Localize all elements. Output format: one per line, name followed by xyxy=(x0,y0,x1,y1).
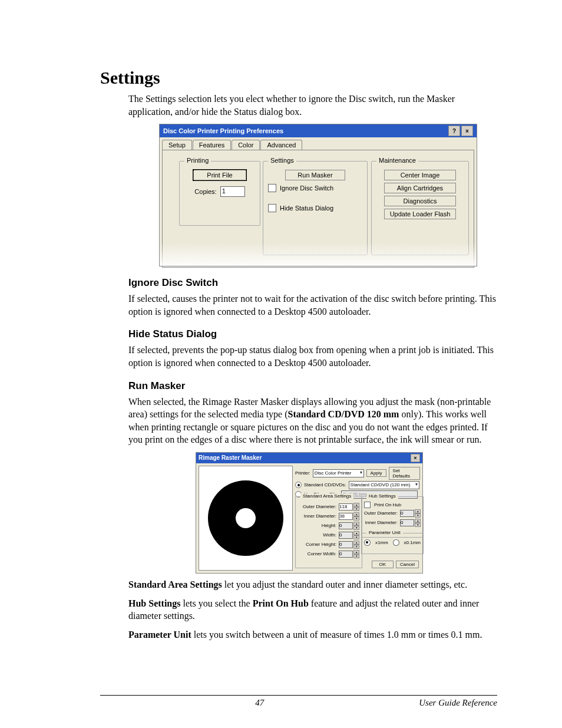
outer-diameter-input[interactable]: 118 xyxy=(339,503,353,510)
hide-status-dialog-label: Hide Status Dialog xyxy=(280,205,333,212)
hub-inner-diameter-label: Inner Diameter: xyxy=(364,520,398,525)
masker-dialog: Rimage Raster Masker × Printer: Disc Col… xyxy=(196,452,423,574)
update-loader-flash-button[interactable]: Update Loader Flash xyxy=(384,209,456,219)
set-defaults-button[interactable]: Set Defaults xyxy=(389,467,420,480)
spin-down-icon: ▾ xyxy=(353,526,359,530)
spin-down-icon[interactable]: ▾ xyxy=(353,516,359,521)
body-text: Parameter Unit lets you switch between a… xyxy=(128,628,497,641)
section-heading: Hide Status Dialog xyxy=(128,328,497,340)
close-icon[interactable]: × xyxy=(411,454,420,462)
page-title: Settings xyxy=(100,68,497,88)
spin-down-icon[interactable]: ▾ xyxy=(353,507,359,511)
print-file-button[interactable]: Print File xyxy=(193,170,246,180)
spin-up-icon[interactable]: ▴ xyxy=(353,512,359,516)
section-heading: Ignore Disc Switch xyxy=(128,277,497,289)
center-image-button[interactable]: Center Image xyxy=(384,170,456,180)
width-input: 0 xyxy=(339,532,353,539)
align-cartridges-button[interactable]: Align Cartridges xyxy=(384,183,456,193)
spin-up-icon: ▴ xyxy=(353,541,359,545)
tab-features[interactable]: Features xyxy=(193,140,231,150)
group-standard-area: Standard Area Settings Outer Diameter:11… xyxy=(295,496,362,568)
preferences-dialog: Disc Color Printer Printing Preferences … xyxy=(159,124,477,266)
hub-inner-diameter-input: 0 xyxy=(400,519,414,526)
group-title: Parameter Unit xyxy=(366,530,403,535)
tab-advanced[interactable]: Advanced xyxy=(260,140,302,150)
printer-select[interactable]: Disc Color Printer xyxy=(313,469,364,477)
copies-label: Copies: xyxy=(194,188,216,195)
page-number: 47 xyxy=(255,698,264,708)
footer-doc-title: User Guide Reference xyxy=(419,698,497,708)
body-text: If selected, causes the printer not to w… xyxy=(128,292,497,318)
spin-down-icon: ▾ xyxy=(415,513,421,518)
body-text: When selected, the Rimage Raster Masker … xyxy=(128,396,497,446)
group-settings: Settings Run Masker Ignore Disc Switch H… xyxy=(263,161,368,255)
spin-down-icon: ▾ xyxy=(415,523,421,527)
group-title: Maintenance xyxy=(376,157,418,164)
spin-down-icon: ▾ xyxy=(353,545,359,549)
hide-status-dialog-checkbox[interactable] xyxy=(268,204,276,212)
dialog-title: Disc Color Printer Printing Preferences xyxy=(163,127,283,134)
group-printing: Printing Print File Copies: 1 xyxy=(179,161,260,226)
apply-button[interactable]: Apply xyxy=(366,469,386,477)
tab-setup[interactable]: Setup xyxy=(162,140,192,150)
spin-up-icon: ▴ xyxy=(415,509,421,513)
close-icon[interactable]: × xyxy=(461,126,473,136)
spin-up-icon: ▴ xyxy=(353,531,359,535)
spin-up-icon: ▴ xyxy=(415,519,421,523)
dialog-title: Rimage Raster Masker xyxy=(199,454,262,461)
ignore-disc-switch-label: Ignore Disc Switch xyxy=(280,185,333,192)
group-maintenance: Maintenance Center Image Align Cartridge… xyxy=(371,161,469,255)
standard-cddvd-radio[interactable] xyxy=(295,482,302,488)
corner-width-input: 0 xyxy=(339,551,353,558)
group-title: Settings xyxy=(268,157,296,164)
corner-width-label: Corner Width: xyxy=(298,551,336,556)
hub-outer-diameter-label: Outer Diameter: xyxy=(364,510,398,516)
corner-height-label: Corner Height: xyxy=(298,542,336,547)
run-masker-button[interactable]: Run Masker xyxy=(285,170,345,180)
hub-outer-diameter-input: 0 xyxy=(400,510,414,517)
unit-x1mm-radio[interactable] xyxy=(364,539,371,546)
printer-label: Printer: xyxy=(295,470,310,476)
group-parameter-unit: Parameter Unit x1mm x0.1mm xyxy=(361,533,424,554)
width-label: Width: xyxy=(298,532,336,538)
print-on-hub-checkbox[interactable] xyxy=(364,502,371,508)
disc-preview xyxy=(199,466,293,571)
section-heading: Run Masker xyxy=(128,380,497,392)
standard-cddvd-label: Standard CD/DVDs: xyxy=(304,482,346,487)
standard-cddvd-select[interactable]: Standard CD/DVD (120 mm) xyxy=(349,481,419,489)
height-label: Height: xyxy=(298,523,336,528)
body-text: Standard Area Settings let you adjust th… xyxy=(128,578,497,591)
outer-diameter-label: Outer Diameter: xyxy=(298,504,336,509)
copies-input[interactable]: 1 xyxy=(220,186,245,197)
unit-x1mm-label: x1mm xyxy=(375,540,388,545)
inner-diameter-input[interactable]: 38 xyxy=(339,513,353,520)
spin-up-icon: ▴ xyxy=(353,550,359,554)
spin-up-icon[interactable]: ▴ xyxy=(353,503,359,507)
ignore-disc-switch-checkbox[interactable] xyxy=(268,184,276,192)
corner-height-input: 0 xyxy=(339,541,353,548)
intro-text: The Settings selection lets you elect wh… xyxy=(128,93,497,118)
body-text: If selected, prevents the pop-up status … xyxy=(128,344,497,369)
diagnostics-button[interactable]: Diagnostics xyxy=(384,196,456,206)
group-title: Printing xyxy=(184,157,211,164)
cancel-button[interactable]: Cancel xyxy=(396,561,419,568)
group-title: Standard Area Settings xyxy=(300,493,353,499)
body-text: Hub Settings lets you select the Print O… xyxy=(128,597,497,622)
help-icon[interactable]: ? xyxy=(448,126,460,136)
spin-down-icon: ▾ xyxy=(353,554,359,558)
unit-x01mm-label: x0.1mm xyxy=(404,540,421,545)
tab-color[interactable]: Color xyxy=(232,140,260,150)
height-input: 0 xyxy=(339,522,353,529)
spin-down-icon: ▾ xyxy=(353,535,359,539)
print-on-hub-label: Print On Hub xyxy=(374,502,401,508)
ok-button[interactable]: OK xyxy=(372,561,394,568)
inner-diameter-label: Inner Diameter: xyxy=(298,513,336,519)
unit-x01mm-radio[interactable] xyxy=(393,539,399,546)
group-title: Hub Settings xyxy=(366,493,398,499)
spin-up-icon: ▴ xyxy=(353,522,359,526)
